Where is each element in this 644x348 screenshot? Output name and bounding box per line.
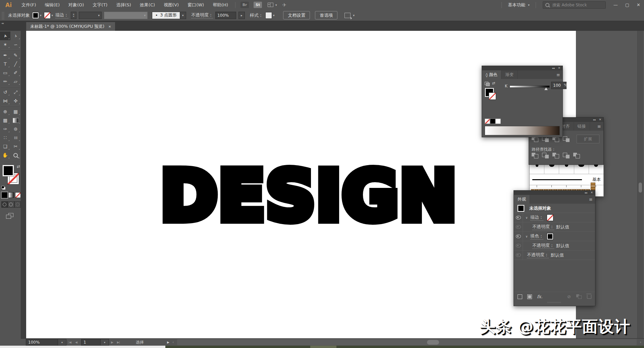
- rotate-tool[interactable]: ↺: [0, 88, 10, 96]
- swap-fill-stroke-icon[interactable]: ⇄: [17, 164, 20, 169]
- width-tool[interactable]: ⋈: [0, 96, 10, 105]
- horizontal-scrollbar[interactable]: [177, 339, 637, 345]
- search-input[interactable]: [552, 2, 597, 8]
- scroll-right-icon[interactable]: ›: [640, 340, 641, 344]
- visibility-column[interactable]: [514, 241, 523, 250]
- pen-tool[interactable]: ✒: [0, 51, 10, 60]
- swap-fill-stroke-icon[interactable]: ⇄: [492, 81, 495, 85]
- fill-swatch[interactable]: [32, 12, 39, 19]
- appearance-row-selection[interactable]: 未选择对象: [514, 204, 595, 213]
- color-spectrum-ramp[interactable]: [485, 126, 560, 135]
- eye-icon-dim[interactable]: [516, 225, 521, 229]
- panel-menu-icon[interactable]: ≡: [556, 72, 560, 77]
- stroke-label[interactable]: 描边：: [55, 12, 68, 18]
- arrange-documents-icon[interactable]: [268, 3, 273, 7]
- brush-swatch[interactable]: [544, 164, 559, 174]
- symbol-sprayer-tool[interactable]: ∷: [0, 133, 10, 142]
- tab-gradient[interactable]: 渐变: [501, 70, 518, 79]
- menu-effect[interactable]: 效果(C): [136, 0, 159, 10]
- curvature-tool[interactable]: ✎: [10, 51, 21, 60]
- stroke-none-swatch[interactable]: [547, 214, 553, 221]
- shape-builder-tool[interactable]: ⊕: [0, 107, 10, 116]
- panel-grip[interactable]: [2, 11, 4, 19]
- tab-links[interactable]: 链接: [574, 122, 590, 131]
- status-expand-icon[interactable]: ▶: [167, 341, 169, 344]
- opacity-link-label[interactable]: 不透明度：: [532, 224, 554, 230]
- white-swatch[interactable]: [495, 119, 501, 124]
- opacity-input[interactable]: [215, 12, 236, 19]
- brush-dropdown-button[interactable]: ▾: [180, 12, 186, 19]
- collapse-panel-icon[interactable]: ◂◂: [584, 191, 587, 195]
- eye-icon-dim[interactable]: [516, 253, 521, 257]
- fill-black-swatch[interactable]: [547, 233, 553, 240]
- artwork-text[interactable]: DESIGN: [147, 141, 471, 251]
- scroll-left-icon[interactable]: ‹: [172, 340, 174, 344]
- graphic-style-control[interactable]: ▾: [265, 12, 275, 19]
- graphic-style-swatch[interactable]: [265, 12, 272, 19]
- collapse-panel-icon[interactable]: ◂◂: [593, 118, 595, 122]
- menu-view[interactable]: 视图(V): [159, 0, 183, 10]
- scale-tool[interactable]: ⤢: [10, 88, 21, 96]
- add-new-stroke-button[interactable]: [518, 294, 522, 299]
- panel-resize-grip[interactable]: [514, 301, 595, 304]
- close-panel-icon[interactable]: ✕: [558, 66, 560, 70]
- appearance-row-fill-opacity[interactable]: 不透明度： 默认值: [514, 241, 595, 251]
- opacity-label[interactable]: 不透明度：: [191, 12, 213, 18]
- artboard-tool[interactable]: ❏: [0, 142, 10, 151]
- opacity-link-label[interactable]: 不透明度：: [527, 252, 549, 258]
- chevron-down-icon[interactable]: ▾: [353, 14, 355, 17]
- fill-proxy-black[interactable]: [2, 165, 14, 177]
- selection-tool[interactable]: ➤: [0, 31, 10, 40]
- brush-swatch[interactable]: [559, 164, 574, 174]
- slice-tool[interactable]: ✂: [10, 142, 21, 151]
- fill-row-label[interactable]: 填色：: [530, 233, 543, 239]
- menu-help[interactable]: 帮助(H): [208, 0, 232, 10]
- eye-icon[interactable]: [516, 216, 521, 219]
- eye-icon-dim[interactable]: [516, 244, 521, 248]
- blend-tool[interactable]: ⊚: [10, 125, 21, 133]
- none-swatch[interactable]: [485, 119, 490, 124]
- stroke-color-control[interactable]: ▾: [44, 12, 53, 19]
- vertical-scrollbar-thumb[interactable]: [639, 183, 642, 193]
- direct-selection-tool[interactable]: ➢: [10, 31, 21, 40]
- visibility-column[interactable]: [514, 222, 523, 231]
- opacity-link-label[interactable]: 不透明度：: [532, 242, 554, 249]
- stroke-proxy-none[interactable]: [489, 92, 496, 100]
- visibility-column[interactable]: [514, 232, 523, 241]
- visibility-column[interactable]: [514, 213, 523, 222]
- chevron-down-icon[interactable]: ▾: [275, 3, 277, 7]
- stock-button[interactable]: St: [254, 2, 262, 8]
- merge-button[interactable]: [552, 153, 559, 158]
- appearance-row-stroke[interactable]: ∨ 描边：: [514, 213, 595, 222]
- appearance-row-stroke-opacity[interactable]: 不透明度： 默认值: [514, 222, 595, 232]
- add-effect-button[interactable]: fx.: [537, 294, 542, 299]
- default-fill-stroke-icon[interactable]: [1, 186, 5, 190]
- gradient-tool[interactable]: [10, 116, 21, 125]
- lasso-tool[interactable]: ∽: [10, 40, 21, 49]
- stroke-weight-combo[interactable]: ▾: [79, 12, 102, 19]
- shaper-tool[interactable]: ✏: [0, 77, 10, 86]
- magic-wand-tool[interactable]: ✶: [0, 40, 10, 49]
- brush-swatch[interactable]: [589, 164, 603, 174]
- puppet-warp-tool[interactable]: ✜: [10, 96, 21, 105]
- panel-menu-icon[interactable]: ≡: [597, 124, 601, 129]
- exclude-button[interactable]: [563, 136, 570, 142]
- none-button[interactable]: [15, 192, 21, 198]
- preferences-button[interactable]: 首选项: [315, 11, 337, 19]
- stroke-weight-stepper[interactable]: ▴ ▾: [71, 12, 76, 19]
- paintbrush-tool[interactable]: ✐: [10, 68, 21, 77]
- fill-color-control[interactable]: ▾: [32, 12, 42, 19]
- opacity-dropdown-button[interactable]: ▸: [238, 12, 245, 19]
- black-swatch[interactable]: [490, 119, 495, 124]
- stepper-down-icon[interactable]: ▾: [73, 15, 74, 18]
- visibility-column[interactable]: [514, 251, 523, 260]
- minimize-button[interactable]: —: [613, 2, 618, 7]
- menu-object[interactable]: 对象(O): [64, 0, 88, 10]
- dock-collapse-icon[interactable]: ◂◂: [1, 22, 3, 25]
- crop-button[interactable]: [563, 153, 570, 158]
- tab-close-icon[interactable]: ✕: [108, 25, 111, 28]
- appearance-row-fill[interactable]: ∨ 填色：: [514, 232, 595, 241]
- menu-type[interactable]: 文字(T): [88, 0, 112, 10]
- first-artboard-button[interactable]: |◀: [68, 341, 71, 344]
- color-button[interactable]: [2, 192, 7, 198]
